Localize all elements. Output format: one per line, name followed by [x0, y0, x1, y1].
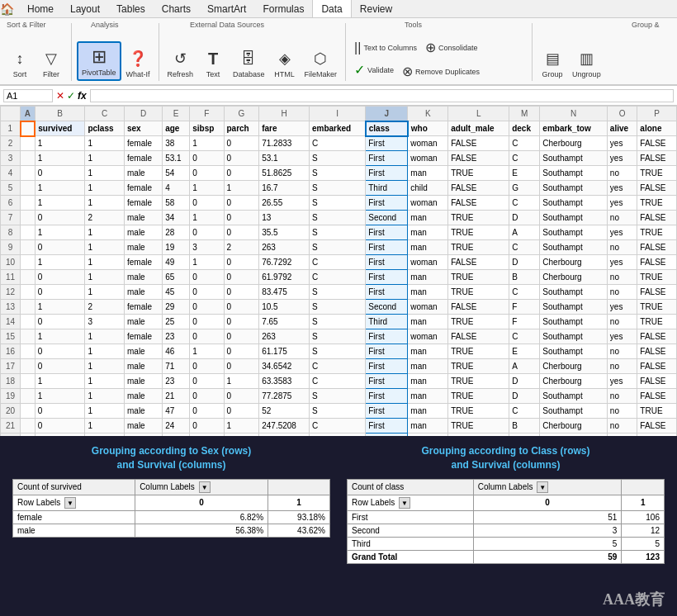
- table-cell[interactable]: 263: [259, 240, 310, 255]
- cell-a17[interactable]: [21, 359, 36, 374]
- row-header-14[interactable]: 14: [1, 315, 21, 329]
- table-cell[interactable]: woman: [408, 300, 448, 315]
- table-cell[interactable]: yes: [607, 329, 637, 344]
- table-cell[interactable]: A: [509, 225, 540, 240]
- cell-a8[interactable]: [21, 225, 36, 240]
- table-cell[interactable]: Southampt: [540, 166, 608, 181]
- table-cell[interactable]: male: [125, 225, 163, 240]
- table-cell[interactable]: 1: [85, 270, 125, 285]
- table-cell[interactable]: Southampt: [540, 151, 608, 166]
- col-header-m[interactable]: M: [509, 107, 540, 121]
- row-header-15[interactable]: 15: [1, 329, 21, 344]
- table-cell[interactable]: 1: [190, 181, 224, 196]
- col-header-n[interactable]: N: [540, 107, 608, 121]
- table-cell[interactable]: 0: [224, 225, 259, 240]
- row-header-20[interactable]: 20: [1, 404, 21, 419]
- table-cell[interactable]: male: [125, 211, 163, 225]
- table-cell[interactable]: 1: [85, 151, 125, 166]
- row-header-2[interactable]: 2: [1, 136, 21, 151]
- row-header-21[interactable]: 21: [1, 419, 21, 434]
- table-cell[interactable]: male: [125, 344, 163, 359]
- cell-e1[interactable]: age: [163, 121, 190, 136]
- table-cell[interactable]: FALSE: [637, 240, 677, 255]
- table-cell[interactable]: FALSE: [448, 181, 509, 196]
- table-cell[interactable]: yes: [607, 151, 637, 166]
- table-cell[interactable]: 1: [85, 285, 125, 300]
- table-cell[interactable]: 1: [35, 300, 85, 315]
- table-cell[interactable]: TRUE: [448, 225, 509, 240]
- filemaker-button[interactable]: ⬡ FileMaker: [301, 45, 341, 81]
- table-cell[interactable]: man: [408, 225, 448, 240]
- table-cell[interactable]: 0: [224, 151, 259, 166]
- table-cell[interactable]: man: [408, 270, 448, 285]
- table-cell[interactable]: no: [607, 389, 637, 404]
- table-cell[interactable]: FALSE: [637, 285, 677, 300]
- table-cell[interactable]: 49: [163, 255, 190, 270]
- table-cell[interactable]: D: [509, 255, 540, 270]
- table-cell[interactable]: 0: [35, 404, 85, 419]
- table-cell[interactable]: 65: [163, 270, 190, 285]
- table-cell[interactable]: female: [125, 255, 163, 270]
- table-cell[interactable]: Southampt: [540, 181, 608, 196]
- row-header-3[interactable]: 3: [1, 151, 21, 166]
- table-cell[interactable]: C: [509, 329, 540, 344]
- col-header-p[interactable]: P: [637, 107, 677, 121]
- table-cell[interactable]: Southampt: [540, 211, 608, 225]
- table-cell[interactable]: 0: [190, 196, 224, 211]
- menu-charts[interactable]: Charts: [154, 0, 199, 17]
- table-cell[interactable]: 0: [190, 300, 224, 315]
- table-cell[interactable]: First: [366, 225, 408, 240]
- cell-a18[interactable]: [21, 374, 36, 389]
- table-cell[interactable]: 28: [163, 225, 190, 240]
- table-cell[interactable]: D: [509, 374, 540, 389]
- table-cell[interactable]: man: [408, 389, 448, 404]
- table-cell[interactable]: 1: [85, 419, 125, 434]
- table-cell[interactable]: 19: [163, 240, 190, 255]
- menu-smartart[interactable]: SmartArt: [199, 0, 254, 17]
- refresh-button[interactable]: ↺ Refresh: [164, 45, 197, 81]
- table-cell[interactable]: 0: [35, 344, 85, 359]
- table-cell[interactable]: 61.175: [259, 344, 310, 359]
- table-cell[interactable]: man: [408, 285, 448, 300]
- col-header-o[interactable]: O: [607, 107, 637, 121]
- table-cell[interactable]: 7.65: [259, 315, 310, 329]
- table-cell[interactable]: woman: [408, 136, 448, 151]
- table-cell[interactable]: S: [309, 181, 365, 196]
- table-cell[interactable]: Southampt: [540, 285, 608, 300]
- table-cell[interactable]: yes: [607, 225, 637, 240]
- table-cell[interactable]: TRUE: [637, 404, 677, 419]
- cell-a13[interactable]: [21, 300, 36, 315]
- table-cell[interactable]: 26.55: [259, 196, 310, 211]
- col-header-i[interactable]: I: [309, 107, 365, 121]
- table-cell[interactable]: 0: [224, 270, 259, 285]
- table-cell[interactable]: S: [309, 196, 365, 211]
- table-cell[interactable]: First: [366, 344, 408, 359]
- table-cell[interactable]: FALSE: [448, 196, 509, 211]
- table-cell[interactable]: 0: [35, 166, 85, 181]
- table-cell[interactable]: 0: [190, 151, 224, 166]
- table-cell[interactable]: male: [125, 419, 163, 434]
- table-cell[interactable]: 0: [35, 211, 85, 225]
- table-cell[interactable]: FALSE: [637, 181, 677, 196]
- row-header-5[interactable]: 5: [1, 181, 21, 196]
- table-cell[interactable]: Cherbourg: [540, 136, 608, 151]
- table-cell[interactable]: S: [309, 151, 365, 166]
- table-cell[interactable]: 1: [35, 374, 85, 389]
- table-cell[interactable]: 1: [35, 225, 85, 240]
- cell-reference[interactable]: [3, 89, 53, 102]
- table-cell[interactable]: FALSE: [448, 329, 509, 344]
- table-cell[interactable]: First: [366, 419, 408, 434]
- table-cell[interactable]: 1: [85, 344, 125, 359]
- table-cell[interactable]: 1: [85, 374, 125, 389]
- table-cell[interactable]: Third: [366, 181, 408, 196]
- table-cell[interactable]: TRUE: [448, 166, 509, 181]
- table-cell[interactable]: 0: [224, 300, 259, 315]
- table-cell[interactable]: 16.7: [259, 181, 310, 196]
- table-cell[interactable]: First: [366, 404, 408, 419]
- table-cell[interactable]: 61.9792: [259, 270, 310, 285]
- table-cell[interactable]: TRUE: [448, 389, 509, 404]
- col-header-h[interactable]: H: [259, 107, 310, 121]
- table-cell[interactable]: female: [125, 300, 163, 315]
- table-cell[interactable]: 1: [85, 359, 125, 374]
- table-cell[interactable]: C: [509, 240, 540, 255]
